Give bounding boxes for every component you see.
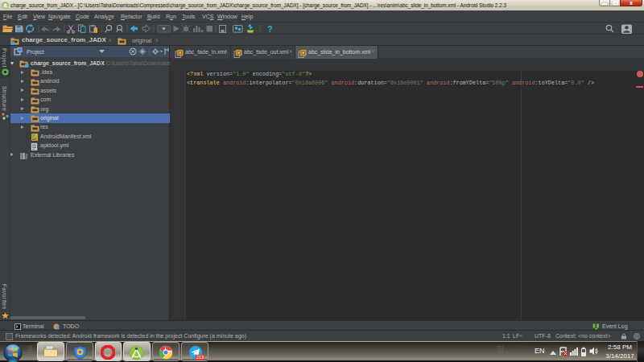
svg-text:?: ?: [267, 24, 273, 34]
